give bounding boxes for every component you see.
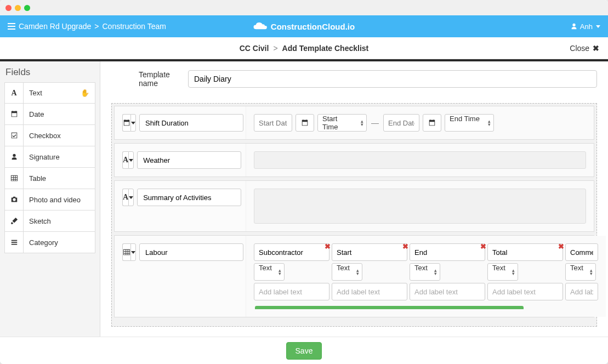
start-time-value: Start Time bbox=[317, 114, 367, 132]
column-header-input[interactable] bbox=[565, 243, 598, 261]
calendar-icon bbox=[5, 104, 24, 124]
caret-down-icon bbox=[131, 251, 135, 254]
field-name-input[interactable] bbox=[139, 114, 243, 132]
caret-down-icon bbox=[131, 122, 135, 124]
signature-icon bbox=[5, 146, 24, 167]
field-label: Table bbox=[24, 174, 46, 183]
block-weather[interactable]: A bbox=[114, 143, 594, 177]
block-summary[interactable]: A bbox=[114, 180, 594, 232]
list-icon bbox=[5, 232, 24, 253]
start-date-picker-button[interactable] bbox=[296, 114, 314, 132]
field-type-text[interactable]: A Text ✋ bbox=[4, 82, 95, 104]
column-type-select[interactable]: Text ▴▾ bbox=[487, 263, 518, 281]
template-canvas-area: Template name bbox=[100, 61, 608, 337]
field-name-input[interactable] bbox=[137, 189, 241, 206]
field-type-table[interactable]: Table bbox=[4, 168, 95, 189]
subhead-sep: > bbox=[273, 44, 277, 53]
subhead-page: Add Template Checklist bbox=[282, 44, 369, 53]
field-label: Text bbox=[24, 89, 42, 97]
start-date-input[interactable] bbox=[254, 114, 292, 132]
field-type-dropdown[interactable] bbox=[130, 243, 136, 261]
table-column: ✖ Text ▴▾ bbox=[332, 243, 407, 300]
table-column: ✖ Text ▴▾ bbox=[254, 243, 329, 300]
column-type-select[interactable]: Text ▴▾ bbox=[565, 263, 596, 281]
breadcrumb[interactable]: Camden Rd Upgrade > Construction Team bbox=[8, 22, 166, 31]
column-header-input[interactable] bbox=[332, 243, 407, 261]
range-dash: — bbox=[370, 118, 380, 127]
save-button[interactable]: Save bbox=[286, 342, 322, 360]
field-type-dropdown[interactable] bbox=[128, 189, 134, 206]
user-icon bbox=[570, 22, 578, 30]
column-label-input[interactable] bbox=[565, 283, 598, 300]
field-type-button[interactable]: A bbox=[122, 151, 128, 169]
brand[interactable]: ConstructionCloud.io bbox=[253, 22, 355, 31]
window-close-dot[interactable] bbox=[5, 5, 12, 11]
column-label-input[interactable] bbox=[254, 283, 329, 300]
user-name: Anh bbox=[580, 22, 593, 31]
template-canvas[interactable]: Start Time ▴▾ — End Time ▴▾ bbox=[111, 103, 597, 327]
checkbox-icon bbox=[5, 125, 24, 146]
column-label-input[interactable] bbox=[487, 283, 563, 300]
block-labour[interactable]: ✖ Text ▴▾ ✖ bbox=[114, 235, 594, 317]
field-type-button[interactable] bbox=[122, 243, 130, 261]
field-type-date[interactable]: Date bbox=[4, 104, 95, 125]
column-label-input[interactable] bbox=[332, 283, 407, 300]
column-header-input[interactable] bbox=[410, 243, 485, 261]
close-label: Close bbox=[570, 44, 589, 53]
end-date-picker-button[interactable] bbox=[423, 114, 441, 132]
field-type-dropdown[interactable] bbox=[130, 114, 136, 132]
delete-column-button[interactable]: ✖ bbox=[480, 242, 486, 251]
block-shift-duration[interactable]: Start Time ▴▾ — End Time ▴▾ bbox=[114, 106, 594, 140]
field-label: Signature bbox=[24, 153, 60, 161]
end-time-select[interactable]: End Time ▴▾ bbox=[445, 114, 494, 132]
field-type-checkbox[interactable]: Checkbox bbox=[4, 125, 95, 146]
field-label: Category bbox=[24, 238, 58, 247]
template-name-label: Template name bbox=[111, 70, 177, 88]
field-type-sketch[interactable]: Sketch bbox=[4, 211, 95, 232]
field-label: Checkbox bbox=[24, 132, 61, 140]
table-icon bbox=[5, 168, 24, 189]
breadcrumb-team: Construction Team bbox=[102, 22, 166, 31]
menu-icon[interactable] bbox=[8, 23, 15, 30]
column-header-input[interactable] bbox=[487, 243, 563, 261]
camera-icon bbox=[5, 189, 24, 210]
window-minimize-dot[interactable] bbox=[15, 5, 21, 11]
breadcrumb-sep: > bbox=[94, 22, 99, 31]
field-type-photo[interactable]: Photo and video bbox=[4, 189, 95, 211]
field-name-input[interactable] bbox=[137, 151, 241, 169]
window-zoom-dot[interactable] bbox=[24, 5, 30, 11]
end-date-input[interactable] bbox=[383, 114, 419, 132]
footer-bar: Save bbox=[0, 337, 608, 364]
column-type-select[interactable]: Text ▴▾ bbox=[410, 263, 440, 281]
delete-column-button[interactable]: ✖ bbox=[558, 242, 564, 251]
field-type-category[interactable]: Category bbox=[4, 232, 95, 253]
breadcrumb-project: Camden Rd Upgrade bbox=[19, 22, 91, 31]
field-type-signature[interactable]: Signature bbox=[4, 146, 95, 168]
brand-icon bbox=[253, 22, 266, 30]
start-time-select[interactable]: Start Time ▴▾ bbox=[317, 114, 367, 132]
summary-textarea-placeholder[interactable] bbox=[254, 189, 586, 224]
add-column-button-partial[interactable] bbox=[255, 306, 524, 309]
brand-text: ConstructionCloud.io bbox=[271, 22, 355, 31]
column-type-select[interactable]: Text ▴▾ bbox=[254, 263, 285, 281]
weather-input-placeholder[interactable] bbox=[254, 151, 586, 169]
grab-icon: ✋ bbox=[81, 89, 89, 97]
window-titlebar bbox=[0, 0, 608, 15]
calendar-icon bbox=[301, 119, 309, 127]
delete-column-button[interactable]: ✖ bbox=[325, 242, 331, 251]
column-type-select[interactable]: Text ▴▾ bbox=[332, 263, 362, 281]
user-menu[interactable]: Anh bbox=[570, 22, 600, 31]
top-navbar: Camden Rd Upgrade > Construction Team Co… bbox=[0, 15, 608, 37]
field-type-button[interactable] bbox=[122, 114, 130, 132]
field-name-input[interactable] bbox=[139, 243, 243, 261]
calendar-icon bbox=[428, 119, 436, 127]
field-type-dropdown[interactable] bbox=[128, 151, 134, 169]
close-button[interactable]: Close ✖ bbox=[570, 44, 599, 53]
delete-column-button[interactable]: ✖ bbox=[402, 242, 408, 251]
column-header-input[interactable] bbox=[254, 243, 329, 261]
template-name-input[interactable] bbox=[188, 70, 597, 88]
table-icon bbox=[123, 248, 130, 256]
caret-down-icon bbox=[129, 196, 133, 199]
column-label-input[interactable] bbox=[410, 283, 485, 300]
field-type-button[interactable]: A bbox=[122, 189, 128, 206]
